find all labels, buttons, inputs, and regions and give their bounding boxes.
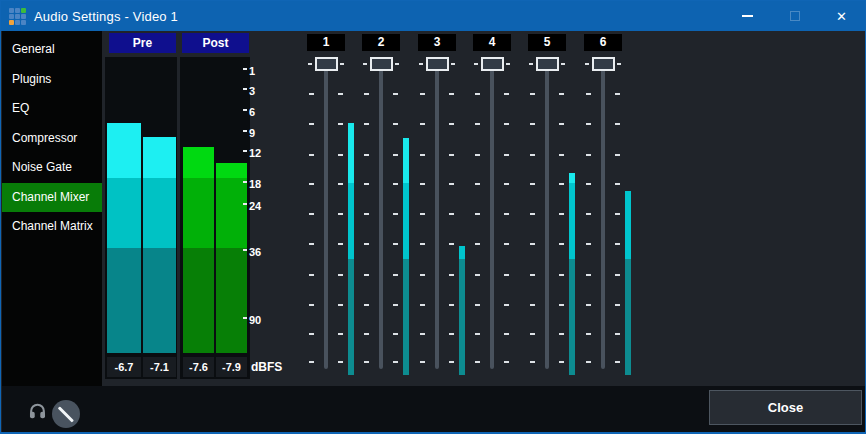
sidebar-item-channel-mixer[interactable]: Channel Mixer <box>2 183 102 213</box>
channel-6-fader-handle[interactable] <box>592 57 615 71</box>
app-logo-icon <box>9 8 26 25</box>
fader-scale-tick <box>420 123 425 125</box>
headphone-volume-knob[interactable] <box>52 400 80 428</box>
fader-scale-tick <box>364 304 369 306</box>
fader-scale-tick <box>475 183 480 185</box>
fader-scale-tick <box>420 183 425 185</box>
sidebar-item-eq[interactable]: EQ <box>2 94 102 124</box>
fader-scale-tick <box>475 243 480 245</box>
fader-side-tick <box>585 63 589 65</box>
fader-scale-tick <box>504 154 509 156</box>
fader-scale-tick <box>309 243 314 245</box>
scale-tick-mark <box>243 203 247 205</box>
fader-scale-tick <box>475 333 480 335</box>
fader-scale-tick <box>420 154 425 156</box>
fader-scale-tick <box>615 123 620 125</box>
fader-side-tick <box>308 63 312 65</box>
channel-number-5: 5 <box>528 34 566 51</box>
fader-scale-tick <box>559 213 564 215</box>
minimize-button[interactable] <box>724 1 771 31</box>
sidebar-item-general[interactable]: General <box>2 35 102 65</box>
dbfs-unit-label: dBFS <box>251 360 282 374</box>
fader-scale-tick <box>586 243 591 245</box>
fader-scale-tick <box>586 93 591 95</box>
fader-scale-tick <box>615 243 620 245</box>
sidebar-item-noise-gate[interactable]: Noise Gate <box>2 153 102 183</box>
pre-meter-label[interactable]: Pre <box>109 33 176 53</box>
scale-tick-mark <box>243 317 247 319</box>
channel-number-2: 2 <box>362 34 400 51</box>
fader-scale-tick <box>586 274 591 276</box>
fader-scale-tick <box>393 304 398 306</box>
fader-scale-tick <box>338 213 343 215</box>
fader-scale-tick <box>449 123 454 125</box>
fader-scale-tick <box>504 361 509 363</box>
post-level-value-2: -7.9 <box>216 357 247 377</box>
fader-scale-tick <box>393 154 398 156</box>
maximize-button[interactable] <box>771 1 818 31</box>
channel-6-level-meter <box>625 191 631 375</box>
scale-tick-mark <box>243 68 247 70</box>
channel-3-fader-track[interactable] <box>435 59 439 369</box>
fader-scale-tick <box>615 274 620 276</box>
sidebar-item-compressor[interactable]: Compressor <box>2 124 102 154</box>
fader-scale-tick <box>309 123 314 125</box>
close-button[interactable]: Close <box>709 390 862 425</box>
channel-4-fader-handle[interactable] <box>481 57 504 71</box>
channel-2-fader-track[interactable] <box>379 59 383 369</box>
fader-scale-tick <box>420 213 425 215</box>
sidebar-item-plugins[interactable]: Plugins <box>2 65 102 95</box>
maximize-icon <box>790 11 800 21</box>
fader-side-tick <box>506 63 510 65</box>
fader-scale-tick <box>615 361 620 363</box>
fader-scale-tick <box>530 243 535 245</box>
fader-scale-tick <box>475 154 480 156</box>
channel-5-level-meter <box>569 173 575 375</box>
fader-scale-tick <box>586 361 591 363</box>
fader-scale-tick <box>364 333 369 335</box>
fader-scale-tick <box>586 183 591 185</box>
channel-6-fader-track[interactable] <box>601 59 605 369</box>
fader-side-tick <box>363 63 367 65</box>
close-window-button[interactable]: ✕ <box>818 1 865 31</box>
window-controls: ✕ <box>724 1 865 31</box>
fader-scale-tick <box>559 274 564 276</box>
minimize-icon <box>742 15 753 17</box>
channel-1-fader-handle[interactable] <box>315 57 338 71</box>
sidebar-item-channel-matrix[interactable]: Channel Matrix <box>2 212 102 242</box>
scale-tick-mark <box>243 88 247 90</box>
fader-scale-tick <box>449 243 454 245</box>
channel-5-fader-track[interactable] <box>545 59 549 369</box>
fader-scale-tick <box>449 213 454 215</box>
scale-tick-label-1: 1 <box>249 65 255 77</box>
fader-side-tick <box>340 63 344 65</box>
fader-scale-tick <box>449 154 454 156</box>
fader-scale-tick <box>338 333 343 335</box>
channel-1-fader-track[interactable] <box>324 59 328 369</box>
channel-3-fader-handle[interactable] <box>426 57 449 71</box>
titlebar: Audio Settings - Video 1 ✕ <box>1 1 865 31</box>
fader-scale-tick <box>615 183 620 185</box>
fader-scale-tick <box>393 93 398 95</box>
fader-scale-tick <box>530 123 535 125</box>
fader-side-tick <box>451 63 455 65</box>
fader-scale-tick <box>559 93 564 95</box>
fader-scale-tick <box>530 274 535 276</box>
fader-scale-tick <box>530 93 535 95</box>
scale-tick-mark <box>243 249 247 251</box>
channel-2-fader-handle[interactable] <box>370 57 393 71</box>
channel-5-fader-handle[interactable] <box>536 57 559 71</box>
fader-scale-tick <box>449 333 454 335</box>
fader-scale-tick <box>364 183 369 185</box>
scale-tick-mark <box>243 130 247 132</box>
post-meter-label[interactable]: Post <box>182 33 249 53</box>
scale-tick-mark <box>243 150 247 152</box>
fader-scale-tick <box>338 183 343 185</box>
headphones-icon[interactable] <box>28 401 47 421</box>
fader-scale-tick <box>615 304 620 306</box>
fader-scale-tick <box>393 361 398 363</box>
channel-4-fader-track[interactable] <box>490 59 494 369</box>
pre-meter-bar-1 <box>107 123 141 353</box>
fader-side-tick <box>395 63 399 65</box>
fader-scale-tick <box>393 213 398 215</box>
